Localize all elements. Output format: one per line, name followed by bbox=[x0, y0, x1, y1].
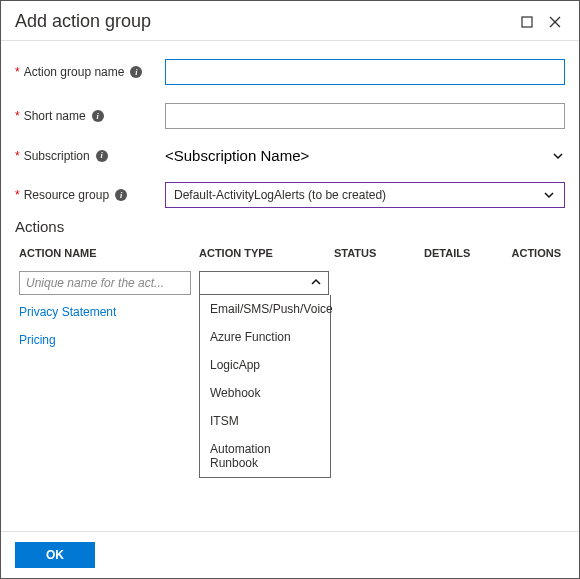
required-marker: * bbox=[15, 65, 20, 79]
subscription-select[interactable]: <Subscription Name> bbox=[165, 147, 565, 164]
short-name-input[interactable] bbox=[165, 103, 565, 129]
required-marker: * bbox=[15, 109, 20, 123]
short-name-label: Short name bbox=[24, 109, 86, 123]
col-action-type: ACTION TYPE bbox=[199, 247, 334, 259]
option-email-sms-push-voice[interactable]: Email/SMS/Push/Voice bbox=[200, 295, 330, 323]
info-icon[interactable]: i bbox=[115, 189, 127, 201]
info-icon[interactable]: i bbox=[92, 110, 104, 122]
action-row: Email/SMS/Push/Voice Azure Function Logi… bbox=[1, 267, 579, 295]
action-type-dropdown[interactable]: Email/SMS/Push/Voice Azure Function Logi… bbox=[199, 271, 329, 295]
option-automation-runbook[interactable]: Automation Runbook bbox=[200, 435, 330, 477]
col-status: STATUS bbox=[334, 247, 424, 259]
action-name-input[interactable] bbox=[19, 271, 191, 295]
maximize-icon[interactable] bbox=[517, 12, 537, 32]
dialog-title: Add action group bbox=[15, 11, 509, 32]
actions-section-header: Actions bbox=[1, 218, 579, 239]
col-action-name: ACTION NAME bbox=[19, 247, 199, 259]
info-icon[interactable]: i bbox=[96, 150, 108, 162]
required-marker: * bbox=[15, 149, 20, 163]
svg-rect-0 bbox=[522, 17, 532, 27]
required-marker: * bbox=[15, 188, 20, 202]
chevron-up-icon bbox=[310, 276, 322, 291]
action-group-name-label: Action group name bbox=[24, 65, 125, 79]
option-itsm[interactable]: ITSM bbox=[200, 407, 330, 435]
option-azure-function[interactable]: Azure Function bbox=[200, 323, 330, 351]
chevron-down-icon bbox=[542, 189, 556, 201]
title-bar: Add action group bbox=[1, 1, 579, 41]
dialog-footer: OK bbox=[1, 531, 579, 578]
actions-table-header: ACTION NAME ACTION TYPE STATUS DETAILS A… bbox=[1, 239, 579, 267]
action-group-name-input[interactable] bbox=[165, 59, 565, 85]
resource-group-value: Default-ActivityLogAlerts (to be created… bbox=[174, 188, 542, 202]
option-webhook[interactable]: Webhook bbox=[200, 379, 330, 407]
option-logicapp[interactable]: LogicApp bbox=[200, 351, 330, 379]
chevron-down-icon bbox=[551, 150, 565, 162]
info-icon[interactable]: i bbox=[130, 66, 142, 78]
ok-button[interactable]: OK bbox=[15, 542, 95, 568]
col-details: DETAILS bbox=[424, 247, 494, 259]
action-type-dropdown-list: Email/SMS/Push/Voice Azure Function Logi… bbox=[199, 295, 331, 478]
resource-group-select[interactable]: Default-ActivityLogAlerts (to be created… bbox=[165, 182, 565, 208]
resource-group-label: Resource group bbox=[24, 188, 109, 202]
subscription-value: <Subscription Name> bbox=[165, 147, 551, 164]
close-icon[interactable] bbox=[545, 12, 565, 32]
form-area: * Action group name i * Short name i * S… bbox=[1, 41, 579, 220]
col-actions: ACTIONS bbox=[494, 247, 561, 259]
subscription-label: Subscription bbox=[24, 149, 90, 163]
